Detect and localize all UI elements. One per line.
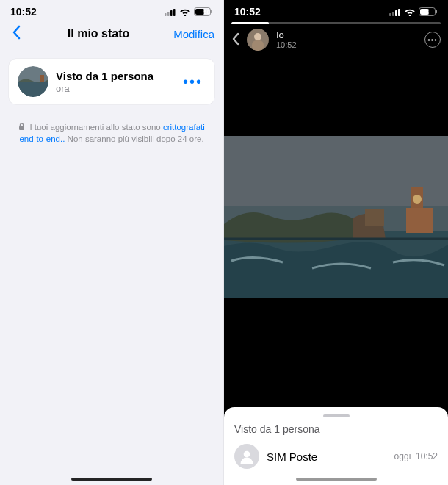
page-title: Il mio stato (68, 27, 129, 40)
status-update-row[interactable]: Visto da 1 persona ora ••• (9, 59, 214, 104)
nav-header: Il mio stato Modifica (0, 19, 223, 51)
story-progress-bar[interactable] (231, 22, 441, 24)
svg-rect-10 (18, 82, 48, 97)
sheet-grabber[interactable] (323, 414, 350, 417)
status-time-label: ora (56, 83, 180, 94)
back-button[interactable] (9, 24, 24, 44)
story-time: 10:52 (276, 40, 297, 49)
author-avatar[interactable] (247, 29, 269, 51)
svg-point-22 (254, 33, 261, 40)
status-bar: 10:52 58 (224, 0, 448, 19)
note-suffix: Non saranno più visibili dopo 24 ore. (65, 134, 203, 143)
wifi-icon (179, 8, 191, 16)
svg-text:58: 58 (203, 9, 210, 15)
svg-rect-1 (167, 12, 170, 16)
viewer-name: SIM Poste (267, 450, 387, 463)
status-viewed-label: Visto da 1 persona (56, 70, 180, 82)
story-image[interactable] (224, 136, 448, 298)
encryption-note: I tuoi aggiornamenti allo stato sono cri… (13, 122, 210, 145)
story-progress-track (224, 19, 448, 26)
svg-rect-13 (389, 13, 391, 16)
my-status-screen: 10:52 58 Il mio stato Modifica Visto da … (0, 0, 224, 485)
author-name: Io (276, 30, 297, 40)
viewer-time: oggi 10:52 (394, 451, 438, 461)
story-menu-button[interactable]: ••• (424, 32, 441, 48)
edit-button[interactable]: Modifica (173, 28, 214, 40)
viewers-sheet[interactable]: Visto da 1 persona SIM Poste oggi 10:52 (224, 407, 448, 485)
status-viewer-screen: 10:52 58 Io 10:52 ••• (224, 0, 448, 485)
status-text: Visto da 1 persona ora (56, 70, 180, 94)
battery-icon: 58 (419, 7, 438, 16)
svg-point-30 (413, 195, 422, 204)
status-bar: 10:52 58 (0, 0, 223, 19)
svg-rect-15 (395, 10, 397, 16)
home-indicator[interactable] (71, 478, 152, 481)
status-icons: 58 (165, 7, 213, 16)
back-button[interactable] (231, 32, 239, 48)
svg-rect-29 (406, 208, 433, 233)
svg-point-31 (244, 451, 250, 458)
svg-rect-16 (398, 9, 400, 16)
viewer-row[interactable]: SIM Poste oggi 10:52 (234, 444, 438, 469)
status-time: 10:52 (234, 6, 261, 18)
viewer-avatar (234, 444, 259, 469)
story-progress-fill (231, 22, 269, 24)
note-prefix: I tuoi aggiornamenti allo stato sono (29, 123, 163, 132)
battery-icon: 58 (194, 7, 213, 16)
svg-rect-14 (392, 12, 394, 16)
svg-rect-0 (165, 13, 167, 16)
status-icons: 58 (389, 7, 438, 16)
svg-rect-2 (170, 10, 173, 16)
author-info: Io 10:52 (276, 30, 297, 49)
status-thumbnail (18, 66, 48, 97)
cellular-icon (389, 8, 401, 16)
svg-rect-19 (436, 10, 437, 13)
status-time: 10:52 (10, 6, 37, 18)
cellular-icon (165, 8, 176, 16)
svg-text:58: 58 (428, 9, 435, 15)
svg-rect-12 (19, 126, 24, 131)
viewers-title: Visto da 1 persona (234, 423, 438, 435)
svg-rect-23 (252, 40, 264, 51)
wifi-icon (404, 8, 416, 16)
more-button[interactable]: ••• (180, 73, 206, 90)
svg-rect-3 (173, 9, 176, 16)
svg-rect-27 (365, 209, 384, 226)
story-header: Io 10:52 ••• (224, 26, 448, 55)
svg-rect-11 (40, 75, 44, 82)
lock-icon (18, 123, 27, 132)
home-indicator[interactable] (296, 478, 377, 481)
svg-rect-6 (211, 10, 212, 13)
